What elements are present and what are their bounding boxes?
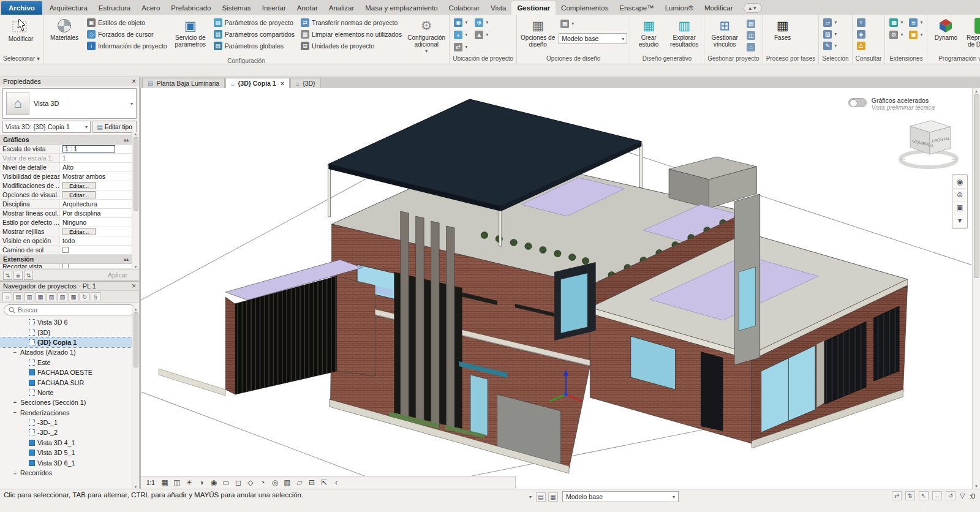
- tree-item-vista-3d-6[interactable]: Vista 3D 6: [0, 317, 132, 327]
- search-input[interactable]: [18, 306, 130, 314]
- vista-de-inicio-button[interactable]: ⌂: [745, 41, 757, 53]
- browser-search-box[interactable]: [4, 304, 135, 315]
- seleccionar-por-id-button[interactable]: ◈: [855, 28, 867, 40]
- dynamo-player-button[interactable]: ▶ Reproductor de Dynamo: [964, 17, 980, 49]
- ubicacion-button[interactable]: ◉▾: [452, 17, 469, 28]
- browser-refresh-icon[interactable]: ↻: [80, 292, 89, 301]
- active-design-option-combo[interactable]: Modelo base ▾: [559, 33, 627, 44]
- scroll-down-icon[interactable]: ▼: [134, 265, 138, 269]
- browser-sheets-icon[interactable]: ▧: [47, 292, 56, 301]
- ribbon-tab-lumion[interactable]: Lumion®: [660, 1, 699, 15]
- ribbon-tab-insertar[interactable]: Insertar: [257, 1, 292, 15]
- view-tab-close-icon[interactable]: ×: [281, 80, 284, 87]
- tree-item-alzados-alzado-1[interactable]: −Alzados (Alzado 1): [0, 347, 132, 357]
- steering-wheel-icon[interactable]: ◉: [954, 176, 966, 189]
- cargar-seleccion-button[interactable]: ▨▾: [821, 28, 839, 40]
- tree-item-3d[interactable]: {3D}: [0, 327, 132, 337]
- select-links-icon[interactable]: ⇄: [892, 491, 902, 500]
- select-elements-by-face-icon[interactable]: ↔: [932, 491, 942, 500]
- tree-item-3d-1[interactable]: -3D-_1: [0, 418, 132, 427]
- canvas-scroll-thumb[interactable]: [974, 94, 979, 278]
- property-value[interactable]: Editar...: [59, 190, 132, 199]
- drag-elements-on-selection-icon[interactable]: ↺: [946, 491, 956, 500]
- create-study-button[interactable]: ▦ Crear estudio: [633, 17, 665, 49]
- instance-selector[interactable]: Vista 3D: {3D} Copia 1 ▾: [2, 121, 91, 133]
- property-value[interactable]: Editar...: [59, 227, 132, 236]
- mostrar-rejillas-edit-button[interactable]: Editar...: [62, 228, 96, 235]
- reveal-constraints-icon[interactable]: ⊟: [306, 477, 318, 488]
- browser-schedules-icon[interactable]: ▦: [36, 292, 45, 301]
- tree-item-fachada-oeste[interactable]: FACHADA OESTE: [0, 367, 132, 377]
- avisos-button[interactable]: ⚠: [855, 40, 867, 51]
- sort-filter-icon[interactable]: ⇅: [24, 271, 33, 280]
- sun-path-icon[interactable]: ☀: [183, 477, 195, 488]
- ribbon-item-forzados-de-cursor[interactable]: ◇Forzados de cursor: [85, 28, 169, 40]
- tree-expander-icon[interactable]: +: [12, 470, 18, 476]
- posicion-button[interactable]: ＋▾: [452, 29, 469, 40]
- browser-legends-icon[interactable]: ▥: [24, 292, 34, 301]
- browser-families-icon[interactable]: ▨: [58, 292, 67, 301]
- extension-4-button[interactable]: ▣▾: [907, 29, 924, 40]
- property-value[interactable]: 1 : 1: [59, 145, 132, 153]
- status-worksets-dropdown-icon[interactable]: ▾: [529, 494, 532, 500]
- scroll-up-icon[interactable]: ▲: [134, 132, 138, 136]
- browser-scroll-thumb[interactable]: [134, 312, 138, 367]
- coordenadas-button[interactable]: ⊕▾: [473, 17, 490, 28]
- tree-item-renderizaciones[interactable]: −Renderizaciones: [0, 408, 132, 418]
- gestionar-imagenes-button[interactable]: ▤: [745, 18, 757, 29]
- door-opening[interactable]: [701, 352, 723, 431]
- tree-expander-icon[interactable]: +: [12, 399, 18, 406]
- active-design-option-statusbar-combo[interactable]: Modelo base ▾: [562, 491, 679, 502]
- visual-style-icon[interactable]: ◫: [171, 477, 183, 488]
- tree-item-3d-2[interactable]: -3D-_2: [0, 427, 132, 437]
- expand-bar-icon[interactable]: ‹: [330, 477, 342, 488]
- garage-door[interactable]: [874, 306, 900, 381]
- editar-seleccion-button[interactable]: ✎▾: [821, 40, 839, 51]
- project-browser-close-icon[interactable]: ×: [132, 282, 136, 290]
- section-graficos[interactable]: Gráficos▴▴: [0, 135, 132, 145]
- modificaciones-de-edit-button[interactable]: Editar...: [62, 182, 96, 189]
- ribbon-tab-enscape[interactable]: Enscape™: [614, 1, 659, 15]
- ribbon-tab-analizar[interactable]: Analizar: [323, 1, 360, 15]
- browser-views-icon[interactable]: ▤: [13, 292, 23, 301]
- temporary-view-properties-icon[interactable]: ▧: [281, 477, 293, 488]
- section-collapse-icon[interactable]: ▴▴: [124, 257, 129, 262]
- norte-de-proyecto-button[interactable]: ▲▾: [473, 29, 490, 40]
- selection-filter-icon[interactable]: ▽: [960, 492, 965, 500]
- camino-de-sol-checkbox[interactable]: [62, 247, 69, 253]
- dynamo-button[interactable]: Dynamo: [930, 17, 962, 42]
- hide-analytical-model-icon[interactable]: ▱: [293, 477, 306, 488]
- properties-close-icon[interactable]: ×: [132, 78, 136, 85]
- ribbon-tab-complementos[interactable]: Complementos: [556, 1, 614, 15]
- ribbon-tab-colaborar[interactable]: Colaborar: [443, 1, 486, 15]
- design-options-picker[interactable]: ▦ ▾: [559, 18, 627, 29]
- section-collapse-icon[interactable]: ▴▴: [124, 137, 129, 143]
- tree-expander-icon[interactable]: −: [12, 349, 18, 356]
- ribbon-item-limpiar-elementos-no-utilizados[interactable]: ▦Limpiar elementos no utilizados: [299, 28, 404, 40]
- tree-item-vista-3d-4-1[interactable]: Vista 3D 4_1: [0, 438, 132, 448]
- sort-ascending-icon[interactable]: ⇅: [3, 271, 12, 280]
- navbar-options-icon[interactable]: ▾: [954, 214, 966, 227]
- property-value[interactable]: [59, 264, 132, 268]
- ribbon-tab-modificar[interactable]: Modificar: [699, 1, 739, 15]
- property-value[interactable]: Alto: [59, 163, 132, 171]
- ribbon-tab-estructura[interactable]: Estructura: [93, 1, 136, 15]
- additional-settings-button[interactable]: ⚙ Configuración adicional ▾: [406, 17, 447, 55]
- scroll-up-icon[interactable]: ▲: [134, 307, 138, 311]
- sort-grouped-icon[interactable]: ≣: [13, 271, 23, 280]
- detail-level-icon[interactable]: ▦: [159, 477, 171, 488]
- properties-scroll-thumb[interactable]: [134, 137, 138, 211]
- calcomania-button[interactable]: ◫: [745, 29, 757, 41]
- temporary-hide-isolate-icon[interactable]: ◔: [257, 477, 269, 488]
- extension-3-button[interactable]: ⚙▾: [888, 29, 905, 40]
- show-crop-region-icon[interactable]: ◻: [232, 477, 244, 488]
- displacement-sets-icon[interactable]: ⇱: [318, 477, 330, 488]
- zoom-icon[interactable]: ⊕: [954, 189, 966, 201]
- canvas-scrollbar[interactable]: ▲ ▼: [972, 88, 980, 489]
- ribbon-item-informacion-de-proyecto[interactable]: iInformación de proyecto: [85, 40, 169, 51]
- tree-expander-icon[interactable]: −: [12, 409, 18, 416]
- worksets-icon[interactable]: ▤: [536, 492, 546, 502]
- reflejar-proyecto-button[interactable]: ⇄▾: [452, 41, 469, 53]
- property-value[interactable]: [59, 246, 132, 254]
- shadows-icon[interactable]: ◑: [195, 477, 208, 488]
